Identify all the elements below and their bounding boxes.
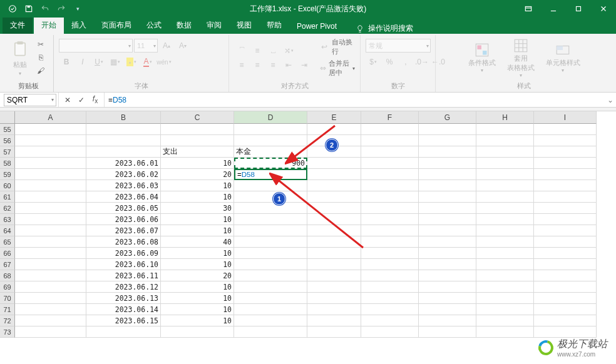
fill-color-button[interactable]: ⬩▾ — [124, 55, 139, 69]
tab-data[interactable]: 数据 — [169, 17, 199, 34]
col-header-F[interactable]: F — [361, 111, 419, 124]
align-right-icon[interactable]: ≡ — [265, 58, 280, 72]
cell-A58[interactable] — [15, 158, 86, 169]
cell-E66[interactable] — [307, 248, 361, 259]
spreadsheet-grid[interactable]: ABCDEFGHI555657支出本金582023.06.01109005920… — [0, 111, 616, 364]
cell-A63[interactable] — [15, 214, 86, 225]
cell-D63[interactable] — [234, 214, 307, 225]
indent-increase-icon[interactable]: ⇥ — [297, 58, 312, 72]
cell-B70[interactable]: 2023.06.13 — [86, 293, 161, 304]
cell-I68[interactable] — [534, 270, 597, 281]
tab-help[interactable]: 帮助 — [259, 17, 289, 34]
cell-F69[interactable] — [361, 281, 419, 293]
cell-H56[interactable] — [476, 135, 534, 146]
cell-G67[interactable] — [419, 259, 476, 270]
cell-H67[interactable] — [476, 259, 534, 270]
cell-H71[interactable] — [476, 304, 534, 315]
cell-B66[interactable]: 2023.06.09 — [86, 248, 161, 259]
row-header-69[interactable]: 69 — [0, 281, 15, 293]
cell-D68[interactable] — [234, 270, 307, 281]
cell-C60[interactable]: 10 — [161, 180, 234, 191]
cell-A62[interactable] — [15, 203, 86, 214]
cell-E71[interactable] — [307, 304, 361, 315]
cell-I63[interactable] — [534, 214, 597, 225]
cell-H66[interactable] — [476, 248, 534, 259]
cell-A69[interactable] — [15, 281, 86, 293]
cell-D73[interactable] — [234, 326, 307, 338]
cell-E64[interactable] — [307, 225, 361, 236]
row-header-63[interactable]: 63 — [0, 214, 15, 225]
cell-I66[interactable] — [534, 248, 597, 259]
cell-B60[interactable]: 2023.06.03 — [86, 180, 161, 191]
cell-D56[interactable] — [234, 135, 307, 146]
cell-E67[interactable] — [307, 259, 361, 270]
save-icon[interactable] — [21, 1, 36, 16]
cell-C62[interactable]: 30 — [161, 203, 234, 214]
cell-E58[interactable] — [307, 158, 361, 169]
cell-I58[interactable] — [534, 158, 597, 169]
align-center-icon[interactable]: ≡ — [250, 58, 265, 72]
cell-A64[interactable] — [15, 225, 86, 236]
format-as-table-button[interactable]: 套用表格格式▾ — [503, 36, 538, 79]
cell-E72[interactable] — [307, 315, 361, 326]
cancel-formula-icon[interactable]: ✕ — [61, 96, 74, 104]
cell-B69[interactable]: 2023.06.12 — [86, 281, 161, 293]
cell-F63[interactable] — [361, 214, 419, 225]
cell-C58[interactable]: 10 — [161, 158, 234, 169]
cell-E70[interactable] — [307, 293, 361, 304]
cell-H72[interactable] — [476, 315, 534, 326]
row-header-68[interactable]: 68 — [0, 270, 15, 281]
bold-button[interactable]: B — [59, 55, 74, 69]
cell-E68[interactable] — [307, 270, 361, 281]
cell-H69[interactable] — [476, 281, 534, 293]
row-header-61[interactable]: 61 — [0, 191, 15, 203]
conditional-formatting-button[interactable]: 条件格式▾ — [465, 41, 500, 74]
cell-A72[interactable] — [15, 315, 86, 326]
number-format-combo[interactable]: 常规▾ — [366, 39, 431, 53]
active-cell-d59[interactable]: =D58 — [234, 169, 307, 180]
row-header-71[interactable]: 71 — [0, 304, 15, 315]
cell-C69[interactable]: 10 — [161, 281, 234, 293]
cell-F67[interactable] — [361, 259, 419, 270]
cell-E62[interactable] — [307, 203, 361, 214]
cell-F61[interactable] — [361, 191, 419, 203]
tab-view[interactable]: 视图 — [229, 17, 259, 34]
cell-C71[interactable]: 10 — [161, 304, 234, 315]
cell-D57[interactable]: 本金 — [234, 146, 307, 158]
cell-G62[interactable] — [419, 203, 476, 214]
cut-icon[interactable]: ✂ — [34, 38, 48, 51]
cell-B58[interactable]: 2023.06.01 — [86, 158, 161, 169]
cell-I55[interactable] — [534, 124, 597, 135]
minimize-icon[interactable] — [541, 0, 566, 18]
cell-E61[interactable] — [307, 191, 361, 203]
cell-B56[interactable] — [86, 135, 161, 146]
col-header-G[interactable]: G — [419, 111, 476, 124]
tab-home[interactable]: 开始 — [34, 17, 64, 34]
cell-H60[interactable] — [476, 180, 534, 191]
row-header-70[interactable]: 70 — [0, 293, 15, 304]
cell-E63[interactable] — [307, 214, 361, 225]
col-header-C[interactable]: C — [161, 111, 234, 124]
cell-B62[interactable]: 2023.06.05 — [86, 203, 161, 214]
cell-I67[interactable] — [534, 259, 597, 270]
col-header-D[interactable]: D — [234, 111, 307, 124]
cell-F70[interactable] — [361, 293, 419, 304]
row-header-62[interactable]: 62 — [0, 203, 15, 214]
cell-E65[interactable] — [307, 236, 361, 248]
align-middle-icon[interactable]: ≡ — [250, 44, 265, 58]
orientation-icon[interactable]: ⤭▾ — [281, 44, 296, 58]
cell-D55[interactable] — [234, 124, 307, 135]
cell-G69[interactable] — [419, 281, 476, 293]
row-header-67[interactable]: 67 — [0, 259, 15, 270]
tab-insert[interactable]: 插入 — [64, 17, 94, 34]
cell-B55[interactable] — [86, 124, 161, 135]
cell-G68[interactable] — [419, 270, 476, 281]
row-header-64[interactable]: 64 — [0, 225, 15, 236]
cell-I72[interactable] — [534, 315, 597, 326]
cell-F64[interactable] — [361, 225, 419, 236]
row-header-57[interactable]: 57 — [0, 146, 15, 158]
cell-F57[interactable] — [361, 146, 419, 158]
cell-G58[interactable] — [419, 158, 476, 169]
cell-H73[interactable] — [476, 326, 534, 338]
cell-D60[interactable] — [234, 180, 307, 191]
